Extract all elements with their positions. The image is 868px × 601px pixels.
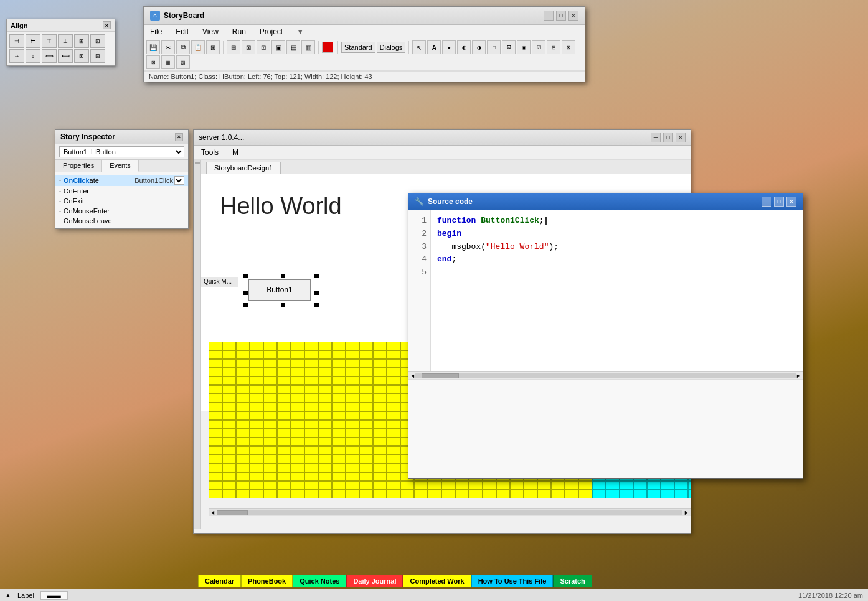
src-hscroll-thumb[interactable] — [422, 373, 459, 378]
sb-tool-resize6[interactable]: ▥ — [301, 40, 315, 54]
tb-cursor-tool[interactable]: ↖ — [412, 40, 426, 54]
insp-event-onmouseenter[interactable]: - OnMouseEnter — [55, 206, 188, 216]
sb-tool-grid[interactable]: ⊞ — [206, 40, 220, 54]
btab-scratch[interactable]: Scratch — [553, 575, 592, 587]
insp-event-onenter[interactable]: - OnEnter — [55, 186, 188, 196]
srv-menu-m[interactable]: M — [230, 147, 241, 158]
sb-tool-paste[interactable]: 📋 — [191, 40, 205, 54]
sb-tool-new[interactable] — [322, 42, 333, 53]
sb-menu-project[interactable]: Project — [257, 26, 285, 37]
btab-phonebook[interactable]: PhoneBook — [241, 575, 293, 587]
insp-title: Story Inspector — [60, 133, 115, 141]
src-scrollbar-h[interactable]: ◄ ► — [408, 371, 803, 379]
align-btn-5[interactable]: ⊞ — [74, 34, 89, 48]
btab-calendar[interactable]: Calendar — [198, 575, 241, 587]
sb-minimize-button[interactable]: ─ — [544, 11, 554, 21]
tb-more1[interactable]: ▦ — [161, 55, 175, 69]
bottom-tabs: Calendar PhoneBook Quick Notes Daily Jou… — [198, 575, 592, 587]
tb-rect[interactable]: □ — [487, 40, 501, 54]
h-scroll-track[interactable] — [217, 510, 682, 515]
src-close-button[interactable]: × — [786, 197, 796, 207]
storyboard-window: S StoryBoard ─ □ × File Edit View Run Pr… — [143, 6, 585, 82]
tb-radio[interactable]: ◉ — [517, 40, 531, 54]
insp-item-select[interactable]: Button1: HButton — [59, 146, 184, 157]
align-btn-8[interactable]: ↕ — [26, 49, 40, 63]
align-btn-10[interactable]: ⟻ — [58, 49, 73, 63]
bottom-statusbar: ▲ Label ▬▬ 11/21/2018 12:20 am — [0, 589, 868, 601]
src-hscroll-left[interactable]: ◄ — [410, 373, 415, 379]
insp-tab-properties[interactable]: Properties — [55, 160, 102, 172]
insp-tab-events[interactable]: Events — [102, 160, 139, 172]
btab-quicknotes[interactable]: Quick Notes — [293, 575, 346, 587]
sb-menu-run[interactable]: Run — [230, 26, 248, 37]
sb-maximize-button[interactable]: □ — [556, 11, 566, 21]
sb-tool-resize2[interactable]: ⊠ — [242, 40, 255, 54]
sb-menu-edit[interactable]: Edit — [173, 26, 191, 37]
insp-handler-select-1[interactable]: ▼ — [174, 176, 184, 185]
align-btn-6[interactable]: ⊡ — [90, 34, 105, 48]
sb-tool-save[interactable]: 💾 — [146, 40, 160, 54]
align-btn-2[interactable]: ⊢ — [26, 34, 40, 48]
insp-event-onexit[interactable]: - OnExit — [55, 196, 188, 206]
sb-toolbar-sep1 — [223, 41, 224, 54]
insp-handler-text-1: Button1Click — [134, 177, 173, 184]
tb-more2[interactable]: ▧ — [176, 55, 190, 69]
align-btn-4[interactable]: ⊥ — [58, 34, 73, 48]
sb-tool-resize5[interactable]: ▤ — [286, 40, 300, 54]
tb-group[interactable]: ⊡ — [146, 55, 160, 69]
btab-completedwork[interactable]: Completed Work — [403, 575, 471, 587]
insp-close-button[interactable]: × — [175, 133, 183, 141]
tb-shape3[interactable]: ◑ — [472, 40, 486, 54]
srv-minimize-button[interactable]: ─ — [651, 133, 661, 142]
align-close-button[interactable]: × — [103, 21, 111, 29]
sb-tool-copy[interactable]: ⧉ — [176, 40, 190, 54]
h-scroll-thumb[interactable] — [217, 510, 248, 515]
align-btn-1[interactable]: ⊣ — [9, 34, 24, 48]
srv-menu-tools[interactable]: Tools — [199, 147, 221, 158]
srv-close-button[interactable]: × — [676, 133, 686, 142]
tb-v-scroll[interactable]: ⊠ — [562, 40, 575, 54]
sb-menu-file[interactable]: File — [148, 26, 164, 37]
src-line-1: 1 — [412, 215, 427, 228]
insp-event-name-4: OnMouseEnter — [64, 207, 184, 215]
src-maximize-button[interactable]: □ — [774, 197, 784, 207]
h-scroll-left[interactable]: ◄ — [209, 510, 217, 516]
tb-tab-standard[interactable]: Standard — [341, 42, 375, 53]
tb-shape1[interactable]: ● — [442, 40, 456, 54]
align-btn-12[interactable]: ⊟ — [90, 49, 105, 63]
tb-shape2[interactable]: ◐ — [457, 40, 471, 54]
insp-event-onmouseleave[interactable]: - OnMouseLeave — [55, 216, 188, 226]
src-title: Source code — [428, 197, 473, 206]
btab-dailyjournal[interactable]: Daily Journal — [346, 575, 403, 587]
align-btn-9[interactable]: ⟺ — [42, 49, 57, 63]
status-scroll-up[interactable]: ▲ — [5, 592, 11, 599]
tb-tab-dialogs[interactable]: Dialogs — [377, 42, 406, 53]
insp-tabs: Properties Events — [55, 160, 188, 172]
h-scroll-right[interactable]: ► — [682, 510, 691, 516]
sb-tool-cut[interactable]: ✂ — [161, 40, 175, 54]
sel-handle-tr — [314, 274, 319, 278]
tb-text-tool[interactable]: A — [427, 40, 441, 54]
design-tab-storyboard[interactable]: StoryboardDesign1 — [206, 162, 281, 174]
button1-widget[interactable]: Button1 — [248, 279, 311, 300]
sb-menu-view[interactable]: View — [200, 26, 221, 37]
sb-menu-dropdown[interactable]: ▼ — [294, 26, 306, 37]
sb-tool-resize3[interactable]: ⊡ — [257, 40, 270, 54]
align-btn-3[interactable]: ⊤ — [42, 34, 57, 48]
btab-howtouse[interactable]: How To Use This File — [471, 575, 554, 587]
tb-img[interactable]: 🖼 — [502, 40, 516, 54]
tb-check[interactable]: ☑ — [532, 40, 545, 54]
h-scrollbar[interactable]: ◄ ► — [209, 508, 691, 516]
src-hscroll-right[interactable]: ► — [796, 373, 801, 379]
insp-event-onclick[interactable]: - OnClickate Button1Click ▼ — [55, 175, 188, 186]
align-btn-7[interactable]: ↔ — [9, 49, 24, 63]
src-hscroll-track[interactable] — [415, 373, 796, 378]
src-code-content[interactable]: function Button1Click; begin msgbox("Hel… — [431, 210, 803, 371]
sb-tool-resize1[interactable]: ⊟ — [227, 40, 240, 54]
srv-maximize-button[interactable]: □ — [663, 133, 673, 142]
sb-close-button[interactable]: × — [568, 11, 578, 21]
sb-tool-resize4[interactable]: ▣ — [271, 40, 285, 54]
tb-h-scroll[interactable]: ⊟ — [547, 40, 560, 54]
src-minimize-button[interactable]: ─ — [762, 197, 771, 207]
align-btn-11[interactable]: ⊠ — [74, 49, 89, 63]
